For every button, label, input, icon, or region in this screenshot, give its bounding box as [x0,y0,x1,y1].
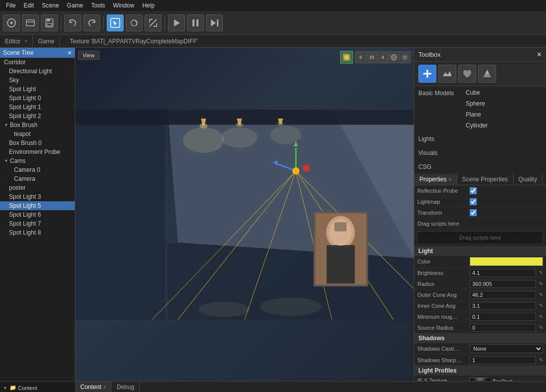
tree-item-spot-light-3[interactable]: Spot Light 3 [0,192,75,201]
tree-item-camera[interactable]: Camera [0,174,75,183]
rotate-button[interactable] [126,14,143,31]
toolbox-mountain-icon[interactable] [478,65,496,83]
tree-item-spot-light-2[interactable]: Spot Light 2 [0,112,75,121]
tree-item-directional-light[interactable]: Directional Light [0,67,75,76]
tree-item-env-probe[interactable]: Environment Probe [0,147,75,156]
toolbox-csg-label[interactable]: CSG [414,161,462,173]
radius-input[interactable] [470,280,536,288]
undo-button[interactable] [64,14,81,31]
source-radius-input[interactable] [470,324,536,332]
toolbox-visuals-label[interactable]: Visuals [414,147,462,159]
tree-item-sky[interactable]: Sky [0,76,75,85]
ies-texture-container: TopPost IESProfile ✕ [470,378,515,381]
tree-item-spot-light-5[interactable]: Spot Light 5 [0,201,75,210]
inner-cone-input[interactable] [470,302,536,310]
tree-item-teapot[interactable]: teapot [0,130,75,138]
viewport-stat-2[interactable]: 15 [366,52,377,63]
menu-tools[interactable]: Tools [87,1,109,10]
pause-button[interactable] [187,14,204,31]
tab-properties[interactable]: Properties × [414,174,457,185]
tree-item-camera-0[interactable]: Camera 0 [0,165,75,174]
content-tab-close[interactable]: × [103,385,106,390]
toolbox-item-plane[interactable]: Plane [462,109,546,120]
tree-item-spot-light-1[interactable]: Spot Light 1 [0,103,75,112]
play-button[interactable] [168,14,185,31]
tab-debug[interactable]: Debug [112,382,140,392]
viewport-globe-icon[interactable] [388,52,399,63]
tab-quality[interactable]: Quality [514,174,543,185]
min-rough-edit-icon[interactable]: ✎ [539,314,543,319]
brightness-edit-icon[interactable]: ✎ [539,270,543,275]
source-radius-label: Source Radius [417,325,470,331]
outer-cone-edit-icon[interactable]: ✎ [539,292,543,297]
menu-scene[interactable]: Scene [38,1,63,10]
tree-item-spot-light[interactable]: Spot Light [0,85,75,94]
prop-source-radius: Source Radius ✎ [414,322,546,333]
viewport-settings-icon[interactable] [399,52,410,63]
toolbox-item-sphere[interactable]: Sphere [462,98,546,109]
tree-item-spot-light-6[interactable]: Spot Light 6 [0,210,75,219]
toolbox-lights-label[interactable]: Lights [414,133,462,145]
open-button[interactable] [22,14,39,31]
transform-value [470,209,543,216]
drag-scripts-area[interactable]: Drag scripts here [417,231,543,244]
brightness-input[interactable] [470,269,536,277]
menu-window[interactable]: Window [109,1,139,10]
toolbox-terrain-icon[interactable] [438,65,456,83]
menu-edit[interactable]: Edit [19,1,38,10]
tree-item-spot-light-8[interactable]: Spot Light 8 [0,228,75,237]
shadows-casting-select[interactable]: None Static Dynamic [470,344,543,353]
shadows-sharp-edit-icon[interactable]: ✎ [539,357,543,363]
color-label: Color [417,259,470,264]
tab-editor[interactable]: Editor × [0,35,33,47]
viewport[interactable]: View 5 15 4 [75,48,414,381]
ies-texture-thumb[interactable] [470,378,490,381]
source-radius-edit-icon[interactable]: ✎ [539,325,543,330]
step-button[interactable] [206,14,223,31]
viewport-stat-1[interactable]: 5 [356,52,366,63]
tab-editor-close[interactable]: × [24,38,27,44]
tree-item-box-brush-0[interactable]: Box Brush 0 [0,138,75,147]
viewport-stat-group: 5 15 4 [355,51,411,63]
outer-cone-input[interactable] [470,291,536,299]
scene-tree-title: Scene Tree [3,49,33,56]
save-button[interactable] [41,14,58,31]
toolbox-basic-models-label[interactable]: Basic Models [414,87,462,131]
new-button[interactable] [3,14,20,31]
scale-button[interactable] [145,14,162,31]
tree-item-spot-light-0[interactable]: Spot Light 0 [0,94,75,103]
shadows-sharp-input[interactable] [470,356,536,364]
toolbox-leaf-icon[interactable] [458,65,476,83]
view-button[interactable]: View [78,51,99,60]
menu-game[interactable]: Game [63,1,87,10]
menu-help[interactable]: Help [138,1,159,10]
lightmap-checkbox[interactable] [470,198,477,205]
redo-button[interactable] [83,14,100,31]
reflection-probe-checkbox[interactable] [470,187,477,194]
tree-item-spot-light-7[interactable]: Spot Light 7 [0,219,75,228]
inner-cone-edit-icon[interactable]: ✎ [539,303,543,308]
toolbox-close[interactable]: ✕ [537,51,542,58]
file-item-content[interactable]: ▼ 📁 Content [0,384,75,392]
transform-checkbox[interactable] [470,209,477,216]
radius-edit-icon[interactable]: ✎ [539,281,543,286]
scene-tree-close[interactable]: ✕ [67,50,72,56]
tree-item-corridor[interactable]: Corridor [0,58,75,67]
viewport-stat-3[interactable]: 4 [377,52,388,63]
tab-game[interactable]: Game [33,35,60,47]
toolbox-add-icon[interactable] [418,65,436,83]
tree-item-box-brush[interactable]: ▼ Box Brush [0,121,75,130]
toolbox-item-cube[interactable]: Cube [462,87,546,98]
menu-file[interactable]: File [2,1,19,10]
tree-item-cams[interactable]: ▼ Cams [0,156,75,165]
select-button[interactable] [107,14,124,31]
props-tab-close[interactable]: × [449,177,452,182]
min-rough-input[interactable] [470,313,536,321]
tab-content[interactable]: Content × [75,382,112,392]
svg-rect-3 [47,19,50,21]
viewport-gizmo[interactable] [340,51,353,64]
tree-item-poster[interactable]: poster [0,183,75,192]
toolbox-item-cylinder[interactable]: Cylinder [462,120,546,131]
color-swatch[interactable] [470,257,543,266]
tab-scene-properties[interactable]: Scene Properties [457,174,514,185]
